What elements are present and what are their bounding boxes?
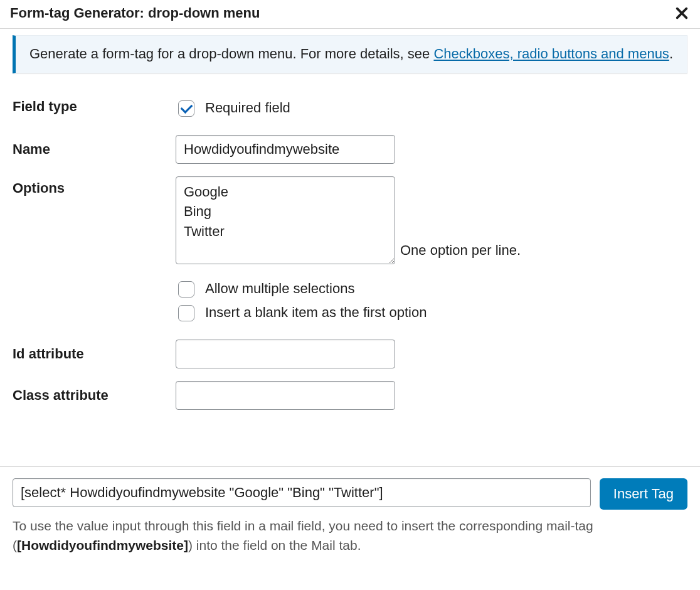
help-suffix: ) into the field on the Mail tab.	[188, 538, 361, 552]
class-attr-input[interactable]	[176, 381, 395, 410]
info-panel: Generate a form-tag for a drop-down menu…	[13, 35, 687, 73]
footer: Insert Tag To use the value input throug…	[0, 466, 700, 563]
id-attr-label: Id attribute	[0, 333, 163, 375]
insert-blank-label[interactable]: Insert a blank item as the first option	[205, 303, 427, 323]
id-attr-input[interactable]	[176, 340, 395, 368]
allow-multiple-checkbox[interactable]	[178, 281, 194, 298]
name-input[interactable]	[176, 135, 395, 164]
insert-blank-checkbox[interactable]	[178, 305, 194, 321]
options-textarea[interactable]	[176, 176, 395, 264]
info-suffix: .	[669, 46, 673, 62]
footer-help: To use the value input through this fiel…	[13, 516, 687, 555]
class-attr-label: Class attribute	[0, 375, 163, 416]
form-fields: Field type Required field Name Options O…	[0, 86, 700, 416]
form-tag-generator-window: Form-tag Generator: drop-down menu Gener…	[0, 0, 700, 563]
options-label: Options	[0, 170, 163, 333]
info-link[interactable]: Checkboxes, radio buttons and menus	[433, 46, 669, 62]
required-label[interactable]: Required field	[205, 99, 290, 118]
generated-tag-input[interactable]	[13, 478, 591, 507]
close-icon[interactable]	[674, 5, 690, 21]
field-type-label: Field type	[0, 86, 163, 129]
name-label: Name	[0, 129, 163, 170]
dialog-title: Form-tag Generator: drop-down menu	[10, 4, 260, 23]
required-checkbox[interactable]	[178, 100, 194, 117]
info-text: Generate a form-tag for a drop-down menu…	[29, 46, 433, 62]
titlebar: Form-tag Generator: drop-down menu	[0, 0, 700, 29]
insert-tag-button[interactable]: Insert Tag	[600, 478, 687, 510]
allow-multiple-label[interactable]: Allow multiple selections	[205, 279, 354, 299]
mail-tag: [Howdidyoufindmywebsite]	[17, 538, 188, 552]
options-hint: One option per line.	[400, 242, 521, 258]
